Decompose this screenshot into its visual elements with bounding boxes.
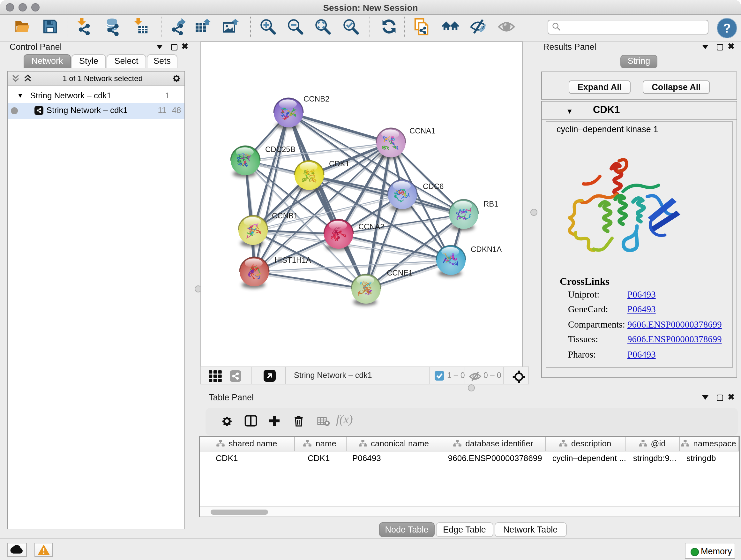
svg-text:CDK1: CDK1	[329, 159, 349, 168]
svg-text:CDC25B: CDC25B	[265, 145, 295, 153]
svg-text:CDKN1A: CDKN1A	[470, 245, 501, 253]
svg-text:CCNB1: CCNB1	[272, 211, 297, 220]
svg-text:RB1: RB1	[483, 199, 498, 208]
svg-text:CDC6: CDC6	[422, 182, 443, 190]
svg-text:CCNA2: CCNA2	[358, 222, 384, 231]
svg-text:CCNB2: CCNB2	[303, 94, 329, 103]
svg-text:CCNE1: CCNE1	[387, 268, 412, 277]
svg-text:HIST1H1A: HIST1H1A	[274, 255, 311, 264]
svg-text:CCNA1: CCNA1	[409, 126, 435, 135]
